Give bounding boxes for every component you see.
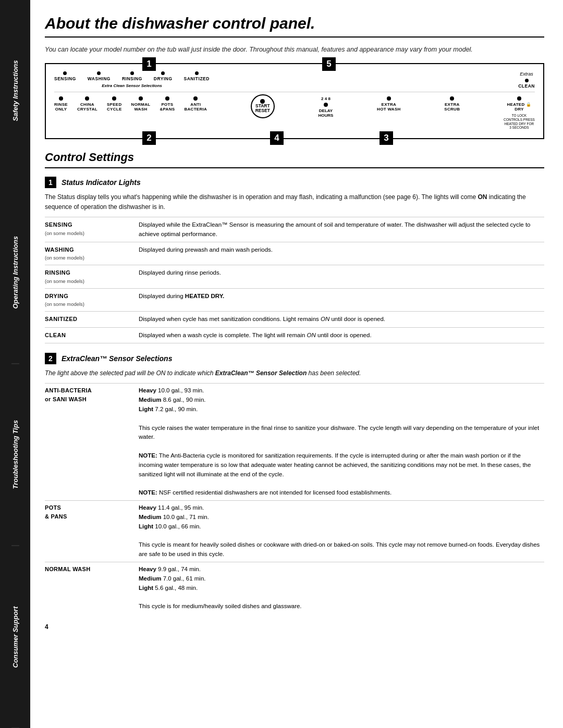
delay-dot bbox=[324, 103, 328, 107]
speed-cycle-dot bbox=[112, 96, 116, 101]
clean-label: CLEAN bbox=[518, 83, 535, 89]
sidebar-section-consumer: Consumer Support bbox=[11, 546, 19, 729]
status-desc-rinsing: Displayed during rinse periods. bbox=[139, 268, 544, 285]
rinsing-label: RINSING bbox=[122, 76, 142, 81]
sidebar-section-troubleshooting: Troubleshooting Tips bbox=[11, 364, 19, 546]
delay-numbers: 2 4 8 bbox=[321, 96, 331, 101]
panel-diagram: 1 5 2 4 3 SENSING WASHING bbox=[45, 63, 544, 139]
section-2-heading: ExtraClean™ Sensor Selections bbox=[62, 354, 172, 363]
page-title: About the dishwasher control panel. bbox=[45, 15, 544, 38]
status-label-rinsing: RINSING(on some models) bbox=[45, 268, 139, 285]
data-row-pots-pans: POTS& PANS Heavy 11.4 gal., 95 min. Medi… bbox=[45, 500, 544, 562]
indicator-drying: DRYING bbox=[154, 71, 173, 81]
washing-dot bbox=[97, 71, 101, 75]
button-speed-cycle[interactable]: SPEEDCYCLE bbox=[107, 96, 122, 112]
status-desc-clean: Displayed when a wash cycle is complete.… bbox=[139, 331, 544, 340]
status-desc-sensing: Displayed while the ExtraClean™ Sensor i… bbox=[139, 220, 544, 239]
extra-hot-wash-dot bbox=[387, 96, 391, 101]
status-label-sanitized: SANITIZED bbox=[45, 315, 139, 324]
sensing-label: SENSING bbox=[54, 76, 76, 81]
delay-section: 2 4 8 DELAYHOURS bbox=[319, 96, 334, 118]
button-normal-wash[interactable]: NORMALWASH bbox=[131, 96, 151, 112]
rinse-only-label: RINSEONLY bbox=[54, 102, 68, 112]
panel-row1: SENSING WASHING RINSING DRYING bbox=[54, 69, 535, 92]
status-row-sanitized: SANITIZED Displayed when cycle has met s… bbox=[45, 311, 544, 327]
status-label-drying: DRYING(on some models) bbox=[45, 292, 139, 309]
normal-wash-desc: Heavy 9.9 gal., 74 min. Medium 7.0 gal.,… bbox=[139, 565, 544, 611]
button-anti-bacteria[interactable]: ANTIBACTERIA bbox=[184, 96, 207, 112]
extras-section: Extras CLEAN bbox=[518, 71, 535, 89]
extras-items: CLEAN bbox=[518, 79, 535, 89]
status-row-sensing: SENSING(on some models) Displayed while … bbox=[45, 217, 544, 242]
heated-dry-label: HEATED 🔒DRY bbox=[507, 102, 531, 112]
status-row-drying: DRYING(on some models) Displayed during … bbox=[45, 288, 544, 312]
sidebar-section-operating: Operating Instructions bbox=[11, 182, 19, 364]
status-desc-sanitized: Displayed when cycle has met sanitizatio… bbox=[139, 315, 544, 324]
normal-wash-label: NORMALWASH bbox=[131, 102, 151, 112]
anti-bacteria-label: ANTIBACTERIA bbox=[184, 102, 207, 112]
extra-scrub-label: EXTRASCRUB bbox=[444, 102, 460, 112]
speed-cycle-label: SPEEDCYCLE bbox=[107, 102, 122, 112]
button-pots-pans[interactable]: POTS&PANS bbox=[160, 96, 175, 112]
badge-1: 1 bbox=[142, 57, 156, 71]
rinsing-dot bbox=[130, 71, 134, 75]
indicator-sensing: SENSING bbox=[54, 71, 76, 81]
button-extra-scrub[interactable]: EXTRASCRUB bbox=[444, 96, 460, 112]
button-extra-hot-wash[interactable]: EXTRAHOT WASH bbox=[377, 96, 401, 112]
status-label-washing: WASHING(on some models) bbox=[45, 245, 139, 262]
indicator-washing: WASHING bbox=[88, 71, 111, 81]
anti-bacteria-desc: Heavy 10.0 gal., 93 min. Medium 8.6 gal.… bbox=[139, 386, 544, 498]
status-row-washing: WASHING(on some models) Displayed during… bbox=[45, 242, 544, 265]
pots-pans-label: POTS&PANS bbox=[160, 102, 175, 112]
extras-label: Extras bbox=[520, 71, 533, 77]
section-2-intro: The light above the selected pad will be… bbox=[45, 368, 544, 378]
rinse-only-dot bbox=[59, 96, 63, 101]
washing-label: WASHING bbox=[88, 76, 111, 81]
badge-5: 5 bbox=[322, 57, 336, 71]
extra-clean-label: Extra Clean Sensor Selections bbox=[54, 83, 210, 88]
status-row-rinsing: RINSING(on some models) Displayed during… bbox=[45, 265, 544, 288]
badge-2: 2 bbox=[142, 131, 156, 145]
section-sensor-selections: 2 ExtraClean™ Sensor Selections The ligh… bbox=[45, 353, 544, 614]
heated-dry-note: TO LOCK CONTROLS PRESS HEATED DRY FOR 3 … bbox=[504, 114, 535, 130]
drying-dot bbox=[161, 71, 165, 75]
status-label-clean: CLEAN bbox=[45, 331, 139, 340]
section-1-badge: 1 bbox=[45, 177, 56, 188]
status-row-clean: CLEAN Displayed when a wash cycle is com… bbox=[45, 327, 544, 343]
sidebar-section-safety: Safety Instructions bbox=[11, 0, 19, 182]
section-1-body: The Status display tells you what's happ… bbox=[45, 192, 544, 212]
intro-text: You can locate your model number on the … bbox=[45, 45, 544, 55]
start-label: STARTRESET bbox=[255, 104, 270, 114]
status-label-sensing: SENSING(on some models) bbox=[45, 220, 139, 239]
heated-dry-dot bbox=[517, 96, 521, 101]
indicator-clean: CLEAN bbox=[518, 79, 535, 89]
control-settings-title: Control Settings bbox=[45, 151, 544, 168]
status-desc-drying: Displayed during HEATED DRY. bbox=[139, 292, 544, 309]
anti-bacteria-dot bbox=[193, 96, 198, 101]
clean-dot bbox=[525, 79, 529, 82]
pots-pans-label-col: POTS& PANS bbox=[45, 503, 139, 559]
start-reset-button[interactable]: STARTRESET bbox=[251, 94, 275, 118]
button-china-crystal[interactable]: CHINACRYSTAL bbox=[77, 96, 97, 112]
china-crystal-label: CHINACRYSTAL bbox=[77, 102, 97, 112]
section-1-header: 1 Status Indicator Lights bbox=[45, 177, 544, 188]
status-indicators: SENSING WASHING RINSING DRYING bbox=[54, 71, 210, 81]
button-heated-dry[interactable]: HEATED 🔒DRY TO LOCK CONTROLS PRESS HEATE… bbox=[504, 96, 535, 130]
normal-wash-label-col: NORMAL WASH bbox=[45, 565, 139, 611]
data-row-normal-wash: NORMAL WASH Heavy 9.9 gal., 74 min. Medi… bbox=[45, 562, 544, 614]
pots-pans-dot bbox=[165, 96, 169, 101]
china-crystal-dot bbox=[85, 96, 89, 101]
sanitized-dot bbox=[195, 71, 199, 75]
section-status-lights: 1 Status Indicator Lights The Status dis… bbox=[45, 177, 544, 343]
button-rinse-only[interactable]: RINSEONLY bbox=[54, 96, 68, 112]
page-number: 4 bbox=[45, 623, 544, 631]
data-row-anti-bacteria: ANTI-BACTERIAor SANI WASH Heavy 10.0 gal… bbox=[45, 383, 544, 500]
sensing-dot bbox=[63, 71, 67, 75]
delay-label: DELAYHOURS bbox=[319, 108, 334, 118]
panel-row2: RINSEONLY CHINACRYSTAL SPEEDCYCLE NORMAL… bbox=[54, 92, 535, 132]
wash-cycle-buttons: RINSEONLY CHINACRYSTAL SPEEDCYCLE NORMAL… bbox=[54, 96, 207, 112]
sidebar: Safety Instructions Operating Instructio… bbox=[0, 0, 30, 728]
extra-scrub-dot bbox=[450, 96, 454, 101]
status-desc-washing: Displayed during prewash and main wash p… bbox=[139, 245, 544, 262]
extra-hot-wash-label: EXTRAHOT WASH bbox=[377, 102, 401, 112]
